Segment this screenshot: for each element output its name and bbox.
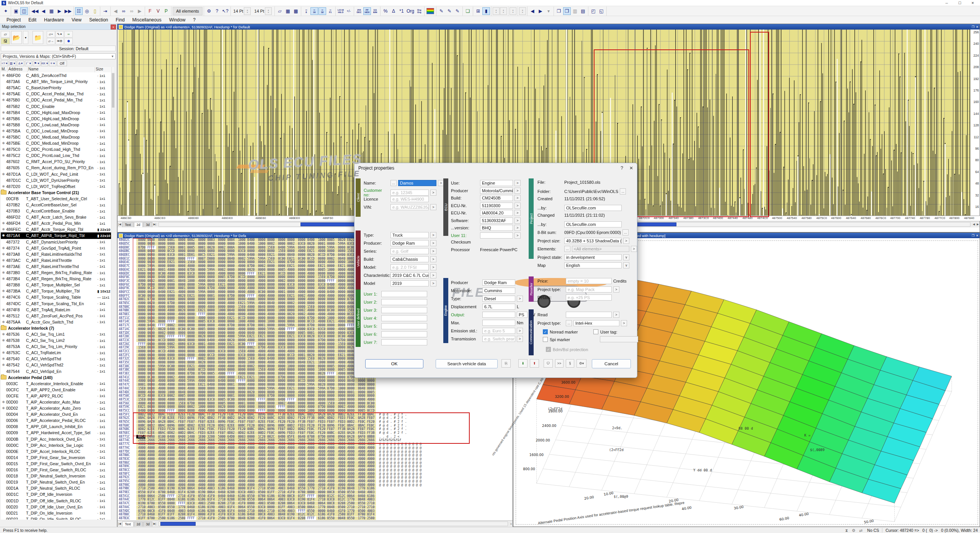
hex-cell[interactable]: 4000 [276,461,285,464]
hex-cell[interactable]: 0000 [265,402,276,405]
hex-cell[interactable]: 0000 [225,260,236,264]
hex-cell[interactable]: FFFF [165,335,176,338]
hex-cell[interactable]: 0000 [325,331,336,335]
hex-cell[interactable]: 0000 [156,294,165,298]
hex-cell[interactable]: 0400 [265,357,276,360]
hex-cell[interactable]: 4000 [136,457,145,461]
list-item[interactable]: ✱487D20C_LDI_WOT_TrqReqOffset· 1x1 [1,183,114,190]
ellipsis-button[interactable]: ... [566,320,572,326]
hex-cell[interactable]: 41F0 [236,502,245,505]
hex-cell[interactable]: 0000 [196,275,206,279]
hex-cell[interactable]: 4000 [225,479,236,483]
maximize-icon[interactable]: ☐ [953,0,966,6]
hex-cell[interactable]: 0020 [316,372,325,375]
hex-cell[interactable]: 0000 [285,309,296,312]
hex-cell[interactable]: 0500 [156,505,165,509]
hex-cell[interactable]: 07D0 [285,260,296,264]
list-item[interactable]: ✱4873A8C_ABT_RateLimitInertiaIdxThd· 1x1 [1,251,114,257]
hex-cell[interactable]: 03C0 [206,398,216,401]
hex-cell[interactable]: 0000 [176,361,185,364]
hex-cell[interactable]: 4000 [236,372,245,375]
hex-cell[interactable]: 4000 [245,461,256,464]
hex-cell[interactable]: 0000 [156,312,165,316]
hex-cell[interactable]: 0000 [296,272,305,275]
hex-cell[interactable]: 0002 [156,331,165,335]
hex-cell[interactable]: 4000 [276,453,285,457]
hex-cell[interactable]: 0002 [216,268,225,271]
hex-cell[interactable]: 4000 [305,298,316,301]
session-bar[interactable]: Session: Default [1,46,116,51]
hex-cell[interactable]: 4000 [236,468,245,472]
checkbox-noread-marker[interactable]: ✓Noread marker [543,329,578,334]
hex-cell[interactable]: 4000 [316,464,325,468]
hex-cell[interactable]: 1000 [316,361,325,364]
hex-cell[interactable]: 0007 [196,257,206,260]
hex-cell[interactable]: 0000 [296,264,305,268]
hex-cell[interactable]: 0000 [216,316,225,320]
list-item[interactable]: ✱48753CC_ACI_TrqRateLim· 1x1 [1,350,114,356]
hex-cell[interactable]: 0000 [225,305,236,309]
hex-cell[interactable]: 0000 [316,298,325,301]
hex-cell[interactable]: 0040 [296,361,305,364]
hex-cell[interactable]: 4000 [276,464,285,468]
hex-cell[interactable]: 0190 [196,490,206,494]
hex-cell[interactable]: 0000 [285,331,296,335]
hex-cell[interactable]: 0000 [156,391,165,394]
rainbow-icon[interactable] [426,7,435,15]
hex-cell[interactable]: 0000 [225,286,236,290]
hex-cell[interactable]: FFFF [285,398,296,401]
hex-cell[interactable]: 4000 [305,450,316,453]
hex-cell[interactable]: 03C0 [316,327,325,331]
hex-cell[interactable]: 0001 [196,246,206,249]
hex-cell[interactable]: 0460 [136,494,145,498]
hex-cell[interactable]: 0000 [265,298,276,301]
hex-cell[interactable]: 4000 [356,453,365,457]
hex-cell[interactable]: 4000 [265,294,276,298]
hex-cell[interactable]: 0000 [256,312,265,316]
hex-cell[interactable]: 0000 [305,286,316,290]
hex-cell[interactable]: 0002 [276,402,285,405]
hex-cell[interactable]: 0550 [325,517,336,520]
hex-cell[interactable]: 4000 [325,483,336,487]
expand-button[interactable]: > [514,188,521,194]
hex-cell[interactable]: 0000 [305,391,316,394]
expand-button[interactable]: > [430,280,436,286]
hex-cell[interactable]: 599A [206,268,216,271]
hex-cell[interactable]: E821 [165,260,176,264]
hex-cell[interactable]: FFFF [185,257,196,260]
hex-cell[interactable]: 0000 [156,346,165,349]
hex-cell[interactable]: 0000 [206,301,216,305]
hex-cell[interactable]: 0000 [296,405,305,409]
field-input[interactable]: Motorola/Cummins [480,188,513,194]
field-input[interactable]: Damos [398,180,436,186]
hex-cell[interactable]: 03C0 [165,253,176,257]
hex-cell[interactable]: 0000 [256,320,265,323]
hex-cell[interactable]: 0000 [276,394,285,397]
hex-cell[interactable]: 4000 [185,468,196,472]
hex-cell[interactable]: 2710 [365,505,376,509]
hex-cell[interactable]: 4000 [185,483,196,487]
hex-cell[interactable]: 0000 [325,376,336,379]
hex-cell[interactable]: 03C0 [305,327,316,331]
hex-cell[interactable]: 0000 [156,376,165,379]
hex-cell[interactable]: 0000 [265,316,276,320]
hex-cell[interactable]: 4000 [356,483,365,487]
hex-cell[interactable]: 0400 [185,301,196,305]
hex-cell[interactable]: 4000 [196,316,206,320]
hex-cell[interactable]: 0000 [225,331,236,335]
expand-button[interactable]: > [514,180,521,186]
hex-cell[interactable]: 4000 [145,457,156,461]
hex-cell[interactable]: 0000 [165,387,176,390]
list-item[interactable]: 00D0ET_DIP_Accel_Interlock_RLOC· 1x1 [1,448,114,455]
menu-edit[interactable]: Edit [25,16,40,23]
hex-row[interactable]: 48798C 4000 4000 4000 4000 4000 4000 400… [118,483,513,487]
hex-cell[interactable]: 0000 [156,279,165,283]
edit-map2-icon[interactable]: ✎ [446,7,453,15]
hex-cell[interactable]: 4000 [145,468,156,472]
hex-cell[interactable]: 1000 [165,391,176,394]
hex-cell[interactable]: 0000 [276,294,285,298]
field-input[interactable]: in development [564,254,622,260]
hex-cell[interactable]: 4000 [176,379,185,383]
hex-cell[interactable]: 0000 [216,353,225,357]
hex-cell[interactable]: 00C8 [285,494,296,498]
